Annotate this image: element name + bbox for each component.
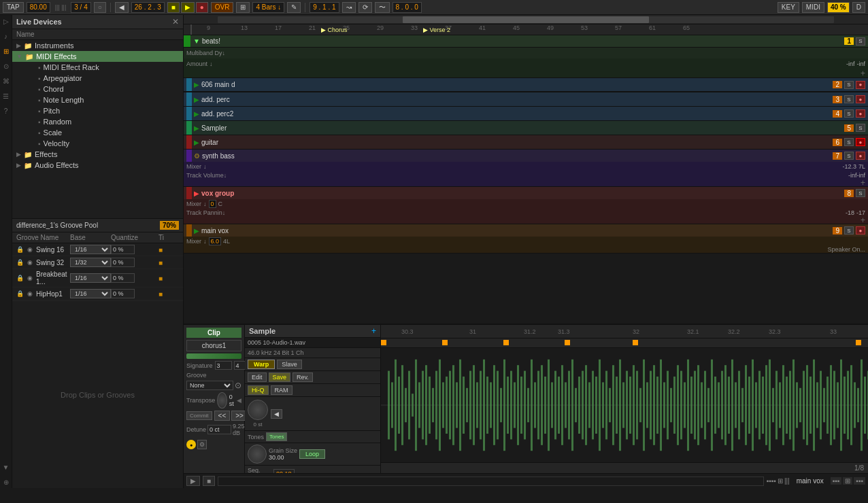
loop-btn[interactable]: ○ [94,2,106,13]
rev-btn[interactable]: Rev. [293,372,313,382]
quantize-breakbeat[interactable] [111,273,135,283]
base-hiphop[interactable]: 1/16 [70,289,111,298]
warp-btn[interactable]: Warp [248,360,275,369]
addperc-r-btn[interactable]: ● [856,95,865,103]
back-btn[interactable]: ◀ [115,2,129,13]
edit-btn[interactable]: Edit [248,372,267,382]
main-vox-s-btn[interactable]: S [844,226,854,235]
nav-icon-2[interactable]: ♪ [1,31,11,41]
browser-item-random[interactable]: ▪ Random [23,116,183,127]
status-stop-btn[interactable]: ■ [203,476,215,486]
beats-add-btn[interactable]: + [861,69,865,78]
play-btn[interactable]: ▶ [181,2,195,13]
addperc2-r-btn[interactable]: ● [856,109,865,118]
midi-btn[interactable]: MIDI [802,2,824,13]
detune-input[interactable] [207,425,231,434]
bars-value[interactable]: 4 Bars ↓ [252,2,284,13]
transpose-knob[interactable] [217,392,227,409]
vox-group-s-btn[interactable]: S [856,189,865,197]
status-play-btn[interactable]: ▶ [186,476,200,486]
guitar-r-btn[interactable]: ● [856,138,865,146]
counter1[interactable]: 9 . 1 . 1 [310,2,339,13]
tap-button[interactable]: TAP [3,2,24,13]
browser-item-scale[interactable]: ▪ Scale [23,127,183,138]
bpm-value[interactable]: 80.00 [27,2,50,13]
browser-item-pitch[interactable]: ▪ Pitch [23,105,183,116]
addperc-play[interactable]: ▶ [194,96,199,103]
wave-btn[interactable]: 〜 [375,2,390,13]
nav-prev-btn[interactable]: << [214,411,231,421]
main-vox-r-btn[interactable]: ● [856,226,865,235]
browser-item-note-length[interactable]: ▪ Note Length [23,94,183,105]
base-breakbeat[interactable]: 1/16 [70,273,111,283]
nav-icon-8[interactable]: ▼ [1,462,11,472]
browser-item-effects[interactable]: ▶ 📁 Effects [12,149,183,160]
sample-transpose-knob[interactable] [248,400,268,420]
browser-item-midi-effect-rack[interactable]: ▪ MIDI Effect Rack [23,62,183,73]
pencil-btn[interactable]: ✎ [287,2,301,13]
nav-icon-1[interactable]: ▷ [1,16,11,26]
nav-icon-6[interactable]: ☰ [1,91,11,101]
groove-row-swing16[interactable]: 🔒 ◉ Swing 16 1/16 ■ [12,243,183,256]
grain-knob[interactable] [248,445,267,464]
ovr-btn[interactable]: OVR [211,2,234,13]
ram-btn[interactable]: RAM [271,385,293,395]
beats-s-btn[interactable]: S [856,37,865,46]
groove-pct[interactable]: 70% [160,221,179,230]
nav-icon-9[interactable]: ⊕ [1,477,11,487]
groove-row-swing32[interactable]: 🔒 ◉ Swing 32 1/32 ■ [12,256,183,269]
clip-tab[interactable]: Clip [186,328,241,338]
groove-row-hiphop[interactable]: 🔒 ◉ HipHop1 1/16 ■ [12,288,183,300]
base-swing32[interactable]: 1/32 [70,258,111,267]
browser-item-arpeggiator[interactable]: ▪ Arpeggiator [23,73,183,84]
addperc-s-btn[interactable]: S [844,95,854,103]
clip-name-display[interactable]: chorus1 [186,340,241,351]
addperc2-s-btn[interactable]: S [844,109,854,118]
vox-group-expand[interactable]: ▶ [194,190,199,197]
guitar-play[interactable]: ▶ [194,139,199,146]
position-value[interactable]: 26 . 2 . 3 [131,2,165,13]
record-btn[interactable]: ● [196,2,208,13]
synth-bass-s-btn[interactable]: S [844,152,854,160]
counter2[interactable]: 8 . 0 . 0 [393,2,422,13]
browser-item-midi-effects[interactable]: ▼ 📁 MIDI Effects [12,51,183,62]
commit-btn[interactable]: Commit [186,411,212,420]
quantize-hiphop[interactable] [111,289,135,298]
overview-region[interactable] [218,16,834,23]
key-btn[interactable]: KEY [778,2,799,13]
sampler-s-btn[interactable]: S [856,124,865,132]
sample-add-btn[interactable]: + [371,326,376,336]
browser-close-btn[interactable]: ✕ [172,17,179,27]
groove-row-breakbeat[interactable]: 🔒 ◉ Breakbeat 1... 1/16 ■ [12,269,183,288]
save-btn[interactable]: Save [269,372,291,382]
browser-item-chord[interactable]: ▪ Chord [23,84,183,94]
sample-rev-btn[interactable]: ◀ [271,409,282,419]
browser-item-instruments[interactable]: ▶ 📁 Instruments [12,40,183,51]
arrow-btn[interactable]: ↝ [342,2,356,13]
main-vox-play[interactable]: ▶ [194,227,199,235]
synth-bass-gear[interactable]: ⚙ [194,152,200,160]
quantize-swing32[interactable] [111,258,135,267]
606-play[interactable]: ▶ [194,81,199,88]
synth-bass-add-btn[interactable]: + [861,178,865,188]
slave-btn[interactable]: Slave [277,360,302,369]
time-sig[interactable]: 3 / 4 [71,2,90,13]
stop-btn[interactable]: ■ [167,2,180,13]
hiq-btn[interactable]: Hi-Q [248,385,269,395]
sig-val1[interactable]: 3 [215,361,232,370]
settings-icon[interactable]: ⚙ [197,440,207,449]
nav-icon-5[interactable]: ⌘ [1,76,11,86]
loop-btn2[interactable]: ⟳ [358,2,372,13]
guitar-s-btn[interactable]: S [844,138,854,146]
606-s-btn[interactable]: S [844,81,854,89]
nav-icon-3[interactable]: ⊞ [1,46,11,56]
loop-btn[interactable]: Loop [299,449,325,459]
volume-pct[interactable]: 40 % [827,2,850,13]
606-r-btn[interactable]: ● [856,81,865,89]
beats-expand[interactable]: ▼ [193,37,200,45]
sampler-play[interactable]: ▶ [194,124,199,132]
browser-item-velocity[interactable]: ▪ VelocIty [23,138,183,149]
base-swing16[interactable]: 1/16 [70,245,111,254]
browser-item-audio-effects[interactable]: ▶ 📁 Audio Effects [12,160,183,171]
synth-bass-r-btn[interactable]: ● [856,152,865,160]
